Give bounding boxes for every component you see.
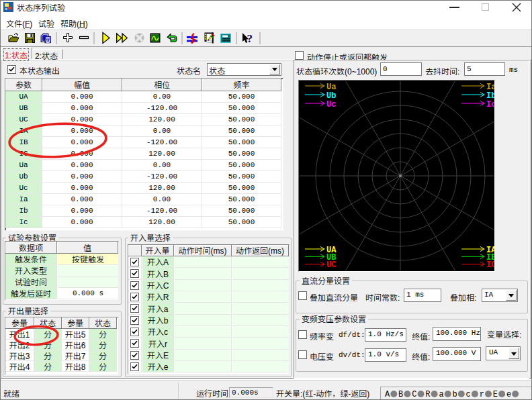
svg-text:E: E xyxy=(493,390,498,399)
svg-text:?: ? xyxy=(247,32,253,45)
svg-text:e: e xyxy=(506,390,511,399)
svg-text:Ua: Ua xyxy=(326,83,336,92)
svg-text:A: A xyxy=(385,390,390,399)
svg-text:Uc: Uc xyxy=(326,100,336,109)
svg-text:c: c xyxy=(466,390,471,399)
svg-text:Ia: Ia xyxy=(486,83,494,92)
svg-text:Ic: Ic xyxy=(486,100,494,109)
svg-text:b: b xyxy=(453,390,457,399)
svg-text:Ib: Ib xyxy=(486,91,494,101)
svg-text:Ub: Ub xyxy=(326,91,336,101)
svg-text:UC: UC xyxy=(326,260,336,270)
svg-text:R: R xyxy=(425,390,430,399)
svg-text:C: C xyxy=(412,390,416,399)
svg-text:a: a xyxy=(439,390,443,399)
svg-text:r: r xyxy=(480,390,484,399)
svg-text:B: B xyxy=(398,390,403,399)
svg-text:IC: IC xyxy=(486,260,494,270)
